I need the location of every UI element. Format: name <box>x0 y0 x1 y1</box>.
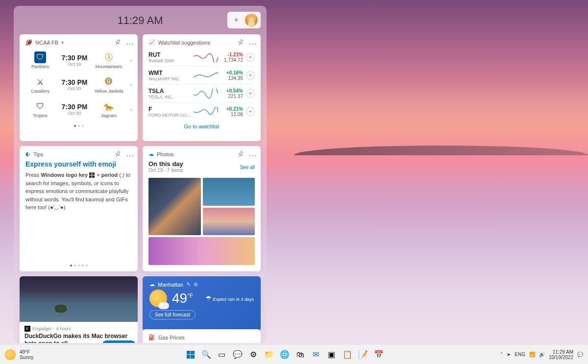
go-to-watchlist-link[interactable]: Go to watchlist <box>148 123 255 129</box>
tips-icon: ◐ <box>25 151 30 157</box>
sports-games: 🛡Panthers 7:30 PMOct 19 ⒶMountaineers › … <box>25 49 132 121</box>
stock-row[interactable]: TSLATESLA, INC. +0.54%221.37 + <box>148 85 255 103</box>
weather-condition-icon <box>149 290 167 307</box>
terminal-icon[interactable]: ▣ <box>325 348 338 361</box>
news-widget[interactable]: EEngadget · 6 hours DuckDuckGo makes its… <box>20 276 138 343</box>
game-row[interactable]: 🛡Trojans 7:30 PMOct 20 🐆Jaguars › <box>25 97 132 121</box>
stock-row[interactable]: WMTWALMART INC. +0.16%134.35 + <box>148 67 255 85</box>
see-more-button[interactable]: See more › <box>102 340 136 343</box>
sparkline <box>193 106 219 118</box>
taskbar-time: 11:29 AM <box>549 349 573 355</box>
more-icon[interactable]: ⋯ <box>249 151 256 158</box>
tips-label: Tips <box>33 151 43 157</box>
search-button[interactable]: 🔍 <box>200 348 213 361</box>
stock-price: 221.37 <box>219 94 243 99</box>
team-name: Panthers <box>31 64 49 69</box>
see-forecast-button[interactable]: See full forecast <box>149 310 196 319</box>
stock-price: 1,734.72 <box>219 57 243 63</box>
widgets-panel: 11:29 AM + 🏈 NCAA FB ▾ ⋯ 🛡Panthers 7:30 … <box>14 6 267 343</box>
team-logo: 🛡 <box>34 51 46 63</box>
chevron-down-icon[interactable]: ▾ <box>61 40 64 45</box>
pin-icon[interactable] <box>237 39 244 46</box>
photo-thumbnail[interactable] <box>203 178 255 206</box>
photo-thumbnail[interactable] <box>203 208 255 236</box>
stock-pct: -1.21% <box>219 52 243 57</box>
photos-widget[interactable]: ☁ Photos ⋯ On this day Oct 19 · 7 items … <box>143 146 261 271</box>
stock-row[interactable]: RUTRussell 2000 -1.21%1,734.72 + <box>148 49 255 67</box>
game-row[interactable]: 🛡Panthers 7:30 PMOct 19 ⒶMountaineers › <box>25 49 132 72</box>
game-time: 7:30 PM <box>62 103 88 111</box>
game-time: 7:30 PM <box>62 78 88 86</box>
user-avatar[interactable] <box>245 14 258 26</box>
tips-title: Express yourself with emoji <box>25 160 132 168</box>
watchlist-widget[interactable]: 📈 Watchlist suggestions ⋯ RUTRussell 200… <box>143 34 261 141</box>
whiteboard-icon[interactable]: 📋 <box>341 348 354 361</box>
svg-rect-0 <box>89 172 92 175</box>
stock-name: FORD MOTOR CO... <box>148 113 193 118</box>
taskbar-date: 10/19/2022 <box>549 355 573 360</box>
game-date: Oct 20 <box>62 86 88 91</box>
team-logo: Ⓐ <box>103 51 115 63</box>
stock-pct: +0.21% <box>219 106 243 112</box>
settings-icon[interactable]: ⚙ <box>247 348 260 361</box>
weather-icon <box>5 349 16 360</box>
pagination-dots <box>25 125 132 127</box>
notepad-icon[interactable]: 📝 <box>357 348 369 361</box>
start-button[interactable] <box>184 348 197 361</box>
system-tray: ˄ ➤ ENG 📶 🔊 11:29 AM 10/19/2022 💬 <box>500 349 588 360</box>
team-logo: 🛡 <box>34 100 46 112</box>
edit-icon[interactable]: ✎ <box>186 281 191 288</box>
taskbar-temp: 49°F <box>20 349 33 355</box>
gas-widget[interactable]: ⛽ Gas Prices Gas nearby is as low as 3.5… <box>143 329 261 343</box>
more-icon[interactable]: ⋯ <box>126 39 133 46</box>
pin-icon[interactable] <box>237 151 244 158</box>
file-explorer-icon[interactable]: 📁 <box>263 348 275 361</box>
onedrive-icon: ☁ <box>148 151 154 157</box>
see-all-link[interactable]: See all <box>240 165 255 170</box>
mail-icon[interactable]: ✉ <box>310 348 322 361</box>
edge-icon[interactable]: 🌐 <box>278 348 291 361</box>
add-stock-button[interactable]: + <box>246 53 255 62</box>
taskbar: 49°FSunny 🔍 ▭ 💬 ⚙ 📁 🌐 🛍 ✉ ▣ 📋 📝 📅 ˄ ➤ EN… <box>0 344 588 364</box>
news-source: EEngadget · 6 hours <box>24 326 133 332</box>
chat-button[interactable]: 💬 <box>231 348 244 361</box>
add-stock-button[interactable]: + <box>246 107 255 116</box>
taskbar-clock[interactable]: 11:29 AM 10/19/2022 <box>549 349 573 360</box>
store-icon[interactable]: 🛍 <box>294 348 307 361</box>
wifi-icon[interactable]: 📶 <box>529 352 535 357</box>
stock-symbol: WMT <box>148 70 193 76</box>
add-stock-button[interactable]: + <box>246 71 255 80</box>
volume-icon[interactable]: 🔊 <box>539 352 545 357</box>
location-arrow-icon[interactable]: ➤ <box>507 352 511 357</box>
stock-price: 12.06 <box>219 112 243 117</box>
add-widget-button[interactable]: + <box>230 14 242 26</box>
weather-widget[interactable]: ☁ Manhattan ✎ ⊕ 49°F ☂ Expect rain in 4 … <box>143 276 261 331</box>
globe-icon[interactable]: ⊕ <box>194 281 198 288</box>
tips-body: Press Windows logo key + period (.) to s… <box>25 171 132 212</box>
pin-icon[interactable] <box>114 151 121 158</box>
team-logo: 🅖 <box>103 76 115 88</box>
team-name: Mountaineers <box>96 64 122 69</box>
sports-widget[interactable]: 🏈 NCAA FB ▾ ⋯ 🛡Panthers 7:30 PMOct 19 ⒶM… <box>20 34 138 141</box>
photo-thumbnail[interactable] <box>148 178 201 235</box>
forecast-message: ☂ Expect rain in 4 days <box>198 294 254 302</box>
engadget-icon: E <box>24 326 30 332</box>
more-icon[interactable]: ⋯ <box>126 151 133 158</box>
team-name: Yellow Jackets <box>95 89 123 94</box>
stock-pct: +0.54% <box>219 88 243 94</box>
stock-price: 134.35 <box>219 75 243 81</box>
add-stock-button[interactable]: + <box>246 89 255 98</box>
stock-row[interactable]: FFORD MOTOR CO... +0.21%12.06 + <box>148 103 255 121</box>
language-indicator[interactable]: ENG <box>514 352 525 357</box>
tray-overflow-icon[interactable]: ˄ <box>500 352 503 357</box>
tips-widget[interactable]: ◐ Tips ⋯ Express yourself with emoji Pre… <box>20 146 138 271</box>
pin-icon[interactable] <box>114 39 121 46</box>
photo-thumbnail[interactable] <box>148 237 255 265</box>
calendar-icon[interactable]: 📅 <box>372 348 385 361</box>
more-icon[interactable]: ⋯ <box>249 39 256 46</box>
game-row[interactable]: ⚔Cavaliers 7:30 PMOct 20 🅖Yellow Jackets… <box>25 73 132 97</box>
notifications-icon[interactable]: 💬 <box>577 352 583 357</box>
task-view-button[interactable]: ▭ <box>216 348 228 361</box>
taskbar-weather[interactable]: 49°FSunny <box>0 349 69 360</box>
stock-symbol: TSLA <box>148 88 193 95</box>
